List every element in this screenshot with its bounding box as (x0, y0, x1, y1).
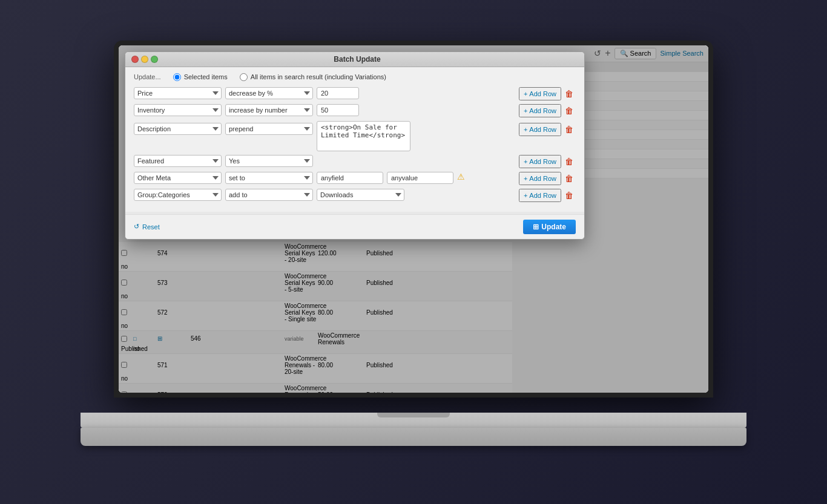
add-row-button-featured[interactable]: + Add Row (519, 155, 561, 168)
update-options-row: Update... Selected items All items in se… (134, 73, 576, 81)
rule-row-categories: Group:Categories Price Inventory add to … (134, 189, 576, 202)
add-row-button-other-meta[interactable]: + Add Row (519, 172, 561, 185)
add-row-icon-price: + (524, 90, 527, 97)
delete-row-button-price[interactable]: 🗑 (562, 88, 576, 100)
action-select-other-meta[interactable]: set to add delete (225, 172, 313, 184)
add-row-icon-description: + (524, 126, 527, 133)
update-button[interactable]: ⊞ Update (523, 220, 576, 234)
rule-row-price: Price Inventory Description Featured Oth… (134, 87, 576, 100)
rule-actions-categories: + Add Row 🗑 (519, 189, 576, 202)
add-row-button-description[interactable]: + Add Row (519, 123, 561, 136)
rule-actions-description: + Add Row 🗑 (519, 123, 576, 136)
radio-all-items[interactable]: All items in search result (including Va… (240, 73, 386, 81)
delete-row-button-categories[interactable]: 🗑 (562, 189, 576, 201)
rule-actions-other-meta: + Add Row 🗑 (519, 172, 576, 185)
radio-all-input[interactable] (240, 73, 248, 81)
field-select-price[interactable]: Price Inventory Description Featured Oth… (134, 87, 222, 99)
modal-body: Update... Selected items All items in se… (125, 67, 584, 212)
warning-icon: ⚠ (457, 172, 465, 182)
rule-actions-inventory: + Add Row 🗑 (519, 104, 576, 117)
add-row-icon-featured: + (524, 158, 527, 165)
modal-footer: ↺ Reset ⊞ Update (125, 214, 584, 239)
action-select-price[interactable]: decrease by % increase by % set to decre… (225, 87, 313, 99)
delete-row-button-inventory[interactable]: 🗑 (562, 105, 576, 117)
rule-actions-featured: + Add Row 🗑 (519, 155, 576, 168)
rule-actions-price: + Add Row 🗑 (519, 87, 576, 100)
meta-field-input[interactable] (317, 172, 383, 184)
value-textarea-description[interactable]: <strong>On Sale for Limited Time</strong… (317, 121, 410, 151)
meta-value-input[interactable] (387, 172, 453, 184)
add-row-icon-other-meta: + (524, 175, 527, 182)
reset-icon: ↺ (134, 223, 139, 231)
modal-overlay: Batch Update Update... Selected items (119, 45, 708, 393)
window-controls (131, 56, 158, 63)
value-input-inventory[interactable] (317, 104, 359, 116)
delete-row-button-other-meta[interactable]: 🗑 (562, 172, 576, 185)
rule-row-inventory: Inventory Price Description increase by … (134, 104, 576, 117)
minimize-button[interactable] (141, 56, 148, 63)
value-select-categories[interactable]: Downloads Plugins Themes Extensions (317, 189, 404, 201)
action-select-featured[interactable]: Yes No (225, 155, 313, 167)
field-select-categories[interactable]: Group:Categories Price Inventory (134, 189, 222, 201)
field-select-inventory[interactable]: Inventory Price Description (134, 104, 222, 116)
add-row-button-inventory[interactable]: + Add Row (519, 104, 561, 117)
modal-titlebar: Batch Update (125, 52, 584, 67)
value-input-price[interactable] (317, 87, 359, 99)
delete-row-button-featured[interactable]: 🗑 (562, 155, 576, 168)
maximize-button[interactable] (151, 56, 158, 63)
action-select-description[interactable]: prepend append set to find and replace (225, 123, 313, 135)
action-select-categories[interactable]: add to remove from set to (225, 189, 313, 201)
add-row-icon-categories: + (524, 192, 527, 199)
add-row-icon-inventory: + (524, 107, 527, 114)
update-icon: ⊞ (533, 223, 539, 231)
field-select-other-meta[interactable]: Other Meta Price Inventory (134, 172, 222, 184)
close-button[interactable] (131, 56, 139, 63)
rule-row-featured: Featured Price Inventory Yes No + (134, 155, 576, 168)
rule-row-description: Description Price Inventory prepend appe… (134, 121, 576, 151)
radio-selected-items[interactable]: Selected items (173, 73, 228, 81)
modal-title: Batch Update (158, 55, 556, 64)
field-select-description[interactable]: Description Price Inventory (134, 123, 222, 135)
add-row-button-categories[interactable]: + Add Row (519, 189, 561, 202)
action-select-inventory[interactable]: increase by number decrease by number se… (225, 104, 313, 116)
add-row-button-price[interactable]: + Add Row (519, 87, 561, 100)
rule-row-other-meta: Other Meta Price Inventory set to add de… (134, 172, 576, 185)
field-select-featured[interactable]: Featured Price Inventory (134, 155, 222, 167)
reset-button[interactable]: ↺ Reset (134, 223, 160, 231)
radio-selected-input[interactable] (173, 73, 181, 81)
batch-update-dialog: Batch Update Update... Selected items (125, 51, 585, 240)
update-label: Update... (134, 73, 161, 80)
delete-row-button-description[interactable]: 🗑 (562, 123, 576, 136)
